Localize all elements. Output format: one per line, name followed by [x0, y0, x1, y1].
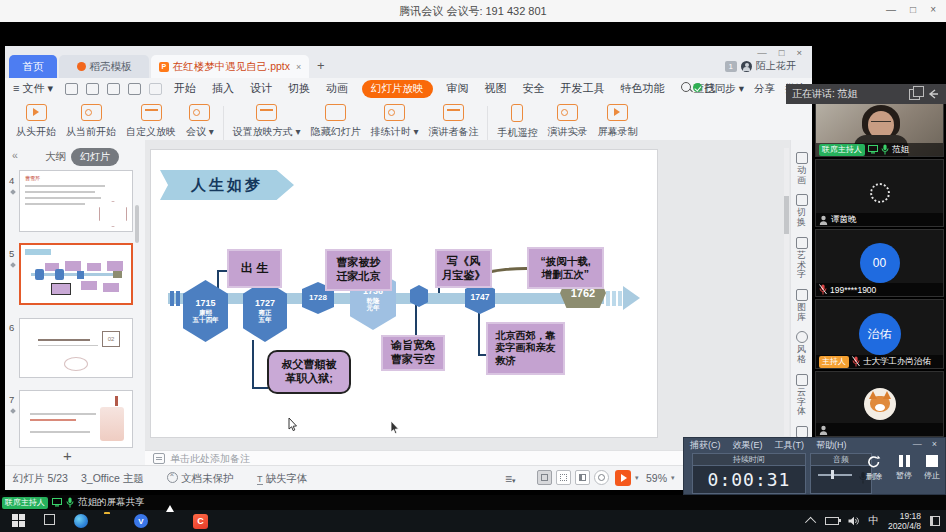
- recorder-menu-tools[interactable]: 工具(T): [775, 439, 805, 452]
- participant-video-5[interactable]: [815, 371, 944, 437]
- zoom-level[interactable]: 59%: [646, 472, 667, 484]
- start-button[interactable]: [12, 514, 25, 527]
- slide-5-canvas[interactable]: 人生如梦 1715康熙 五十四年 1727雍正: [151, 150, 657, 437]
- output-icon[interactable]: [86, 83, 99, 95]
- slide-thumbnail-6[interactable]: 02: [19, 318, 133, 378]
- recorder-menu-capture[interactable]: 捕获(C): [690, 439, 721, 452]
- slide-thumbnail-7[interactable]: [19, 390, 133, 448]
- protect-status[interactable]: 文档未保护: [167, 472, 234, 486]
- ribbon-phone-remote[interactable]: 手机遥控: [497, 102, 537, 140]
- menu-file[interactable]: ≡ 文件 ▾: [13, 81, 53, 96]
- audio-slider[interactable]: [818, 474, 852, 476]
- wps-minimize-button[interactable]: —: [757, 47, 767, 58]
- menu-insert[interactable]: 插入: [212, 81, 234, 96]
- recorder-close-button[interactable]: ×: [932, 439, 937, 449]
- slide-thumbnail-4[interactable]: 曹雪芹: [19, 170, 133, 232]
- reading-view-button[interactable]: [575, 470, 590, 485]
- ribbon-setup-show[interactable]: 设置放映方式 ▾: [233, 102, 301, 139]
- ribbon-speech-record[interactable]: 演讲实录: [547, 102, 587, 139]
- side-wordart[interactable]: 艺术字: [795, 237, 809, 280]
- new-tab-button[interactable]: +: [317, 58, 325, 73]
- ribbon-speaker-notes[interactable]: 演讲者备注: [428, 102, 478, 139]
- ribbon-screen-record[interactable]: 屏幕录制: [597, 102, 637, 139]
- menu-devtools[interactable]: 开发工具: [561, 81, 605, 96]
- ribbon-custom-show[interactable]: 自定义放映: [126, 102, 176, 139]
- menu-design[interactable]: 设计: [250, 81, 272, 96]
- menu-security[interactable]: 安全: [523, 81, 545, 96]
- participant-video-4[interactable]: 治佑 主持人 士大学工办尚治佑: [815, 299, 944, 369]
- side-style[interactable]: 风格: [795, 331, 809, 364]
- recorder-menu-help[interactable]: 帮助(H): [816, 439, 847, 452]
- add-slide-button[interactable]: +: [63, 447, 72, 464]
- side-animation[interactable]: 动画: [795, 152, 809, 185]
- ribbon-rehearse[interactable]: 排练计时 ▾: [371, 102, 419, 139]
- theme-name[interactable]: 3_Office 主题: [81, 472, 144, 486]
- meeting-close-button[interactable]: ×: [930, 4, 936, 15]
- battery-icon[interactable]: [825, 517, 839, 525]
- audio-slider-knob[interactable]: [831, 470, 834, 479]
- task-view-icon[interactable]: [44, 514, 55, 525]
- side-cloud-font[interactable]: 云字体: [795, 374, 809, 417]
- tab-docer[interactable]: 稻壳模板: [59, 55, 149, 78]
- participant-video-3[interactable]: 00 199****1900: [815, 229, 944, 297]
- meeting-restore-button[interactable]: □: [910, 4, 916, 15]
- undo-icon[interactable]: [149, 83, 162, 95]
- recorder-pause-button[interactable]: 暂停: [892, 455, 916, 481]
- menu-view[interactable]: 视图: [485, 81, 507, 96]
- tray-expand-icon[interactable]: [805, 517, 816, 528]
- menu-transition[interactable]: 切换: [288, 81, 310, 96]
- handout-view-button[interactable]: [594, 470, 609, 485]
- sync-status[interactable]: 已同步 ▾: [693, 82, 744, 96]
- tab-close-icon[interactable]: ×: [296, 62, 301, 72]
- menu-review[interactable]: 审阅: [447, 81, 469, 96]
- menu-slideshow-active[interactable]: 幻灯片放映: [362, 80, 433, 98]
- layout-switch-icon[interactable]: [909, 89, 920, 100]
- volume-icon[interactable]: [848, 516, 859, 526]
- app-c-icon[interactable]: C: [193, 514, 208, 529]
- participant-video-2[interactable]: 谭茵晚: [815, 159, 944, 227]
- side-transition[interactable]: 切换: [795, 194, 809, 227]
- recorder-delete-button[interactable]: 删除: [862, 455, 886, 482]
- print-icon[interactable]: [107, 83, 120, 95]
- edge-browser-icon[interactable]: [74, 514, 88, 528]
- back-arrow-icon[interactable]: [928, 89, 940, 100]
- ribbon-hide-slide[interactable]: 隐藏幻灯片: [311, 102, 361, 139]
- tab-outline[interactable]: 大纲: [45, 150, 66, 164]
- ribbon-from-current[interactable]: 从当前开始: [66, 102, 116, 139]
- notes-toggle-icon[interactable]: ≡▾: [505, 472, 516, 486]
- tab-document[interactable]: P在红楼梦中遇见自己.pptx×: [151, 55, 309, 78]
- missing-font-status[interactable]: T缺失字体: [257, 472, 308, 486]
- panel-collapse-button[interactable]: «: [12, 149, 18, 161]
- wps-close-button[interactable]: ×: [796, 47, 802, 58]
- meeting-minimize-button[interactable]: —: [886, 4, 896, 15]
- ribbon-from-beginning[interactable]: 从头开始: [16, 102, 56, 139]
- tab-home[interactable]: 首页: [9, 55, 57, 78]
- recorder-menu-effects[interactable]: 效果(E): [733, 439, 763, 452]
- notification-center-icon[interactable]: [930, 516, 940, 526]
- sorter-view-button[interactable]: [556, 470, 571, 485]
- wps-restore-button[interactable]: □: [779, 47, 785, 58]
- tab-slides[interactable]: 幻灯片: [71, 148, 119, 166]
- save-icon[interactable]: [65, 83, 78, 95]
- recorder-minimize-button[interactable]: —: [913, 439, 922, 449]
- normal-view-button[interactable]: [537, 470, 552, 485]
- recorder-stop-button[interactable]: 停止: [920, 455, 944, 481]
- menu-animation[interactable]: 动画: [326, 81, 348, 96]
- thumbnail-scrollbar[interactable]: [135, 205, 139, 243]
- slideshow-play-button[interactable]: [615, 470, 631, 486]
- side-gallery[interactable]: 图库: [795, 289, 809, 322]
- print-preview-icon[interactable]: [128, 83, 141, 95]
- ime-indicator[interactable]: 中: [868, 514, 879, 528]
- ribbon-meeting[interactable]: 会议 ▾: [186, 102, 214, 139]
- share-button[interactable]: 分享: [754, 82, 775, 96]
- slide-thumbnail-5-selected[interactable]: [19, 243, 133, 305]
- account-area[interactable]: 1 陌上花开: [725, 59, 796, 73]
- menu-features[interactable]: 特色功能: [621, 81, 665, 96]
- app-v-icon[interactable]: V: [134, 514, 148, 528]
- taskbar-clock[interactable]: 19:18 2020/4/8: [888, 511, 921, 531]
- menu-start[interactable]: 开始: [174, 81, 196, 96]
- zoom-caret[interactable]: ▾: [671, 474, 675, 482]
- participant-video-1[interactable]: 联席主持人 范姐: [815, 100, 944, 157]
- slide-scrollbar[interactable]: [784, 148, 789, 436]
- play-options-caret[interactable]: ▾: [635, 474, 639, 482]
